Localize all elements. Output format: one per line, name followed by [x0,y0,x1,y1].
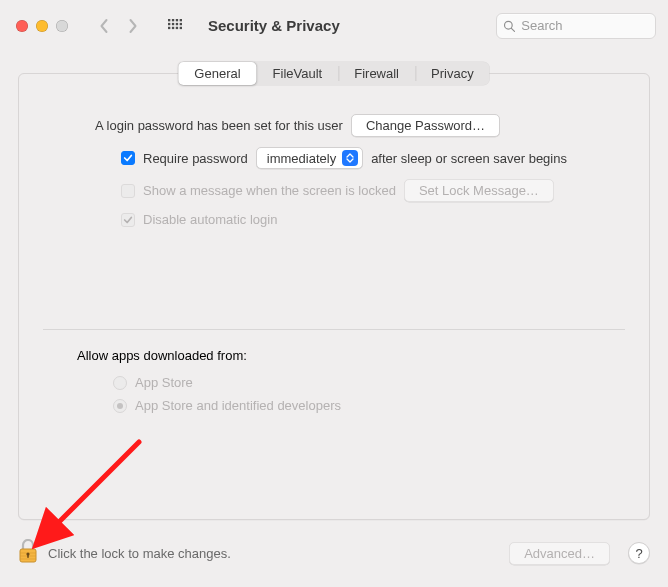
lock-hint-text: Click the lock to make changes. [48,546,231,561]
toolbar: Security & Privacy [0,0,668,52]
general-content: A login password has been set for this u… [19,74,649,253]
gatekeeper-option-appstore: App Store [19,375,649,390]
footer: Click the lock to make changes. Advanced… [18,533,650,573]
svg-rect-5 [172,22,174,24]
radio-identified [113,399,127,413]
grid-icon [168,17,182,35]
login-password-text: A login password has been set for this u… [95,118,343,133]
close-window-button[interactable] [16,20,28,32]
show-message-checkbox [121,184,135,198]
svg-rect-7 [180,22,182,24]
nav-buttons [92,14,144,38]
svg-rect-20 [27,554,29,558]
radio-identified-label: App Store and identified developers [135,398,341,413]
tab-filevault[interactable]: FileVault [257,62,339,85]
require-password-delay-select[interactable]: immediately [256,147,363,169]
stepper-arrows-icon [342,150,358,166]
radio-appstore-label: App Store [135,375,193,390]
show-message-label: Show a message when the screen is locked [143,183,396,198]
svg-rect-0 [168,19,170,21]
disable-auto-login-row: Disable automatic login [43,212,625,227]
chevron-left-icon [99,18,110,34]
svg-rect-10 [176,26,178,28]
disable-auto-login-checkbox [121,213,135,227]
svg-rect-6 [176,22,178,24]
change-password-button[interactable]: Change Password… [351,114,500,137]
svg-rect-8 [168,26,170,28]
advanced-button: Advanced… [509,542,610,565]
search-input[interactable] [521,18,649,33]
lock-icon [18,539,38,563]
show-all-button[interactable] [168,14,192,38]
chevron-right-icon [127,18,138,34]
preferences-panel: General FileVault Firewall Privacy A log… [18,73,650,520]
show-message-row: Show a message when the screen is locked… [43,179,625,202]
back-button[interactable] [92,14,116,38]
checkmark-icon [123,215,133,225]
search-icon [503,19,515,33]
svg-rect-11 [180,26,182,28]
forward-button[interactable] [120,14,144,38]
require-password-suffix: after sleep or screen saver begins [371,151,567,166]
tab-bar: General FileVault Firewall Privacy [178,62,489,85]
radio-appstore [113,376,127,390]
svg-rect-9 [172,26,174,28]
require-password-delay-value: immediately [267,151,336,166]
svg-rect-4 [168,22,170,24]
tab-firewall[interactable]: Firewall [338,62,415,85]
gatekeeper-heading: Allow apps downloaded from: [19,348,649,375]
svg-line-13 [511,28,514,31]
zoom-window-button [56,20,68,32]
login-password-row: A login password has been set for this u… [43,114,625,137]
window-controls [16,20,68,32]
tab-general[interactable]: General [178,62,256,85]
svg-rect-1 [172,19,174,21]
divider [43,329,625,330]
tab-privacy[interactable]: Privacy [415,62,490,85]
minimize-window-button[interactable] [36,20,48,32]
set-lock-message-button: Set Lock Message… [404,179,554,202]
page-title: Security & Privacy [208,17,340,34]
search-field[interactable] [496,13,656,39]
require-password-row: Require password immediately after sleep… [43,147,625,169]
checkmark-icon [123,153,133,163]
svg-rect-2 [176,19,178,21]
lock-button[interactable] [18,539,38,567]
require-password-label: Require password [143,151,248,166]
disable-auto-login-label: Disable automatic login [143,212,277,227]
gatekeeper-option-identified: App Store and identified developers [19,398,649,413]
svg-rect-3 [180,19,182,21]
require-password-checkbox[interactable] [121,151,135,165]
help-button[interactable]: ? [628,542,650,564]
